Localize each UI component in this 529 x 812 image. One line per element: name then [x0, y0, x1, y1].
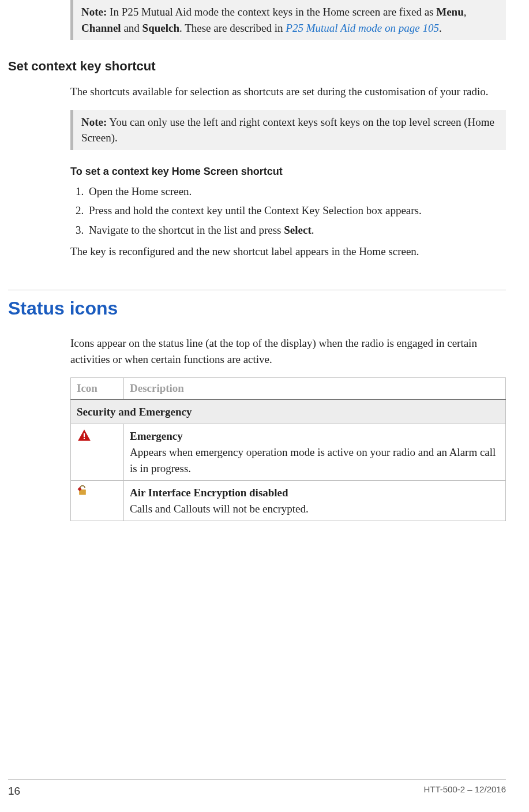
- step-3: Navigate to the shortcut in the list and…: [87, 222, 506, 238]
- svg-rect-0: [84, 433, 85, 437]
- step-1: Open the Home screen.: [87, 184, 506, 200]
- page-footer: 16 HTT-500-2 – 12/2016: [8, 779, 506, 799]
- icon-cell: [71, 424, 124, 481]
- paragraph: Icons appear on the status line (at the …: [70, 335, 506, 367]
- description-cell: Air Interface Encryption disabled Calls …: [124, 481, 506, 521]
- table-header-icon: Icon: [71, 378, 124, 399]
- encryption-disabled-icon: [77, 485, 88, 496]
- page-number: 16: [8, 783, 20, 799]
- note-bold: Menu: [436, 6, 464, 18]
- section-divider: [8, 290, 506, 290]
- step-2: Press and hold the context key until the…: [87, 203, 506, 219]
- paragraph: The shortcuts available for selection as…: [70, 84, 506, 100]
- svg-rect-1: [84, 438, 85, 439]
- heading-procedure: To set a context key Home Screen shortcu…: [70, 164, 506, 179]
- note-label: Note:: [81, 6, 107, 18]
- row-text: Calls and Callouts will not be encrypted…: [130, 503, 309, 515]
- row-title: Air Interface Encryption disabled: [130, 487, 288, 499]
- row-text: Appears when emergency operation mode is…: [130, 446, 496, 474]
- paragraph: The key is reconfigured and the new shor…: [70, 244, 506, 260]
- heading-status-icons: Status icons: [8, 295, 506, 321]
- description-cell: Emergency Appears when emergency operati…: [124, 424, 506, 481]
- table-header-description: Description: [124, 378, 506, 399]
- icon-cell: [71, 481, 124, 521]
- note-context-keys: Note: You can only use the left and righ…: [70, 110, 506, 150]
- status-icons-table: Icon Description Security and Emergency: [70, 377, 506, 521]
- note-p25: Note: In P25 Mutual Aid mode the context…: [70, 0, 506, 40]
- note-bold: Squelch: [142, 22, 179, 34]
- note-text: In P25 Mutual Aid mode the context keys …: [107, 6, 436, 18]
- procedure-list: Open the Home screen. Press and hold the…: [70, 184, 506, 238]
- row-title: Emergency: [130, 430, 183, 442]
- emergency-icon: [77, 428, 92, 443]
- table-row: Emergency Appears when emergency operati…: [71, 424, 506, 481]
- note-text: You can only use the left and right cont…: [81, 116, 494, 144]
- table-row: Air Interface Encryption disabled Calls …: [71, 481, 506, 521]
- table-group-security: Security and Emergency: [71, 399, 506, 424]
- xref-p25-mutual-aid[interactable]: P25 Mutual Aid mode on page 105: [286, 22, 439, 34]
- note-bold: Channel: [81, 22, 121, 34]
- heading-set-context-key: Set context key shortcut: [8, 57, 506, 76]
- note-label: Note:: [81, 116, 107, 128]
- document-id: HTT-500-2 – 12/2016: [423, 783, 506, 796]
